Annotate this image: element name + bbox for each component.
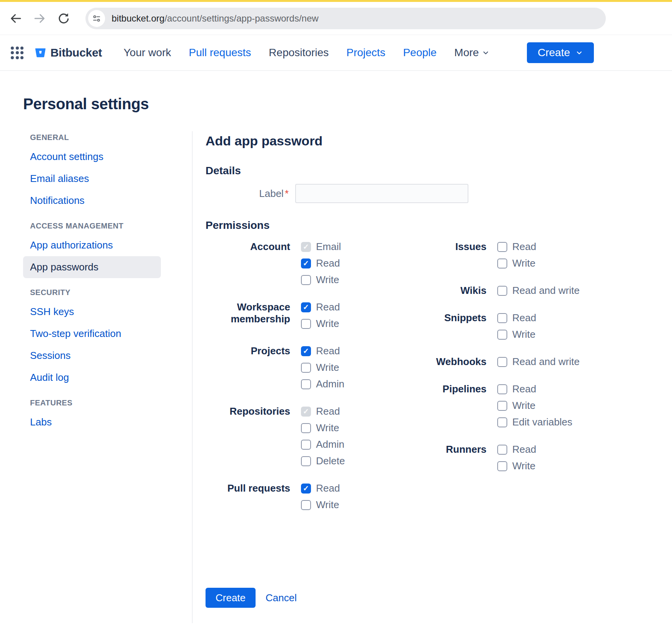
checkbox-checked[interactable]: ✓	[301, 258, 311, 268]
permission-options: Read and write	[497, 285, 672, 301]
permission-option-account-write[interactable]: Write	[301, 274, 427, 286]
checkbox-label: Read	[512, 383, 536, 395]
permission-option-wikis-read-and-write[interactable]: Read and write	[497, 285, 672, 297]
permission-options: ✓ReadWriteAdmin	[301, 345, 427, 395]
permissions-heading: Permissions	[206, 219, 672, 232]
permission-option-pipelines-edit-variables[interactable]: Edit variables	[497, 416, 672, 428]
url-bar[interactable]: bitbucket.org/account/settings/app-passw…	[85, 8, 606, 29]
checkbox-label: Admin	[316, 439, 344, 450]
checkbox-unchecked[interactable]	[497, 242, 507, 252]
nav-item-more[interactable]: More	[454, 47, 490, 59]
permission-options: ReadWriteEdit variables	[497, 383, 672, 433]
app-switcher-icon[interactable]	[11, 47, 23, 59]
permission-option-pull-requests-read[interactable]: ✓Read	[301, 482, 427, 494]
permission-group-label: Account	[206, 241, 290, 290]
sidebar-item-app-passwords[interactable]: App passwords	[23, 256, 161, 278]
site-settings-icon[interactable]	[88, 10, 105, 27]
permission-option-account-email[interactable]: ✓Email	[301, 241, 427, 253]
sidebar-item-app-authorizations[interactable]: App authorizations	[23, 234, 161, 256]
browser-toolbar: bitbucket.org/account/settings/app-passw…	[0, 2, 672, 35]
checkbox-label: Read	[316, 257, 340, 269]
reload-button[interactable]	[55, 10, 72, 27]
permission-option-runners-write[interactable]: Write	[497, 460, 672, 472]
checkbox-unchecked[interactable]	[497, 445, 507, 455]
permission-option-snippets-read[interactable]: Read	[497, 312, 672, 324]
cancel-link[interactable]: Cancel	[266, 592, 297, 604]
permission-option-workspace-membership-read[interactable]: ✓Read	[301, 301, 427, 313]
sidebar-item-notifications[interactable]: Notifications	[23, 190, 161, 212]
checkbox-unchecked[interactable]	[497, 417, 507, 427]
forward-icon	[33, 12, 47, 25]
checkbox-unchecked[interactable]	[301, 440, 311, 450]
nav-item-repositories[interactable]: Repositories	[269, 47, 329, 59]
checkbox-unchecked[interactable]	[497, 401, 507, 411]
url-host: bitbucket.org	[112, 13, 164, 23]
permission-option-workspace-membership-write[interactable]: Write	[301, 318, 427, 330]
label-input[interactable]	[295, 184, 468, 203]
sidebar-item-audit-log[interactable]: Audit log	[23, 367, 161, 389]
nav-item-people[interactable]: People	[403, 47, 436, 59]
checkbox-checked[interactable]: ✓	[301, 484, 311, 494]
permission-group-pull-requests: Pull requests✓ReadWrite	[206, 482, 427, 515]
permission-option-projects-admin[interactable]: Admin	[301, 378, 427, 390]
sidebar-section-header-access-management: ACCESS MANAGEMENT	[23, 222, 161, 230]
permission-option-repositories-admin[interactable]: Admin	[301, 439, 427, 450]
checkbox-unchecked[interactable]	[497, 313, 507, 323]
sidebar-item-sessions[interactable]: Sessions	[23, 345, 161, 367]
checkbox-unchecked[interactable]	[301, 319, 311, 329]
permission-option-projects-write[interactable]: Write	[301, 362, 427, 374]
sidebar-item-two-step-verification[interactable]: Two-step verification	[23, 323, 161, 345]
checkbox-unchecked[interactable]	[497, 258, 507, 268]
sidebar-section-header-security: SECURITY	[23, 288, 161, 297]
checkbox-unchecked[interactable]	[301, 423, 311, 433]
sidebar-item-ssh-keys[interactable]: SSH keys	[23, 301, 161, 323]
check-icon: ✓	[303, 303, 309, 311]
permission-option-snippets-write[interactable]: Write	[497, 329, 672, 340]
checkbox-unchecked[interactable]	[301, 456, 311, 466]
permission-group-projects: Projects✓ReadWriteAdmin	[206, 345, 427, 395]
checkbox-unchecked[interactable]	[497, 461, 507, 471]
forward-button[interactable]	[32, 10, 48, 27]
required-asterisk: *	[285, 188, 289, 199]
create-menu-button[interactable]: Create	[527, 42, 594, 63]
checkbox-checked[interactable]: ✓	[301, 346, 311, 356]
nav-item-label: More	[454, 47, 479, 59]
checkbox-unchecked[interactable]	[497, 330, 507, 340]
check-icon: ✓	[303, 408, 309, 415]
checkbox-unchecked[interactable]	[301, 379, 311, 389]
permission-group-pipelines: PipelinesReadWriteEdit variables	[427, 383, 672, 433]
checkbox-label: Write	[512, 460, 535, 472]
checkbox-disabled[interactable]: ✓	[301, 407, 311, 417]
checkbox-unchecked[interactable]	[497, 384, 507, 394]
permission-option-pull-requests-write[interactable]: Write	[301, 499, 427, 511]
checkbox-unchecked[interactable]	[301, 275, 311, 285]
back-button[interactable]	[8, 10, 24, 27]
nav-item-your-work[interactable]: Your work	[124, 47, 171, 59]
permission-option-projects-read[interactable]: ✓Read	[301, 345, 427, 357]
nav-item-pull-requests[interactable]: Pull requests	[189, 47, 251, 59]
nav-item-label: Projects	[346, 47, 385, 59]
permission-option-issues-read[interactable]: Read	[497, 241, 672, 253]
permission-option-repositories-delete[interactable]: Delete	[301, 455, 427, 467]
checkbox-checked[interactable]: ✓	[301, 302, 311, 312]
permission-option-account-read[interactable]: ✓Read	[301, 257, 427, 269]
sidebar-item-email-aliases[interactable]: Email aliases	[23, 168, 161, 190]
create-button[interactable]: Create	[206, 588, 256, 608]
checkbox-unchecked[interactable]	[497, 357, 507, 367]
permission-option-issues-write[interactable]: Write	[497, 257, 672, 269]
permission-option-repositories-write[interactable]: Write	[301, 422, 427, 434]
permission-group-label: Runners	[427, 444, 486, 477]
checkbox-unchecked[interactable]	[301, 363, 311, 373]
checkbox-unchecked[interactable]	[301, 500, 311, 510]
bitbucket-logo[interactable]: Bitbucket	[34, 46, 102, 59]
sidebar-item-account-settings[interactable]: Account settings	[23, 146, 161, 168]
checkbox-disabled[interactable]: ✓	[301, 242, 311, 252]
permission-option-webhooks-read-and-write[interactable]: Read and write	[497, 356, 672, 368]
checkbox-unchecked[interactable]	[497, 286, 507, 296]
permission-option-pipelines-write[interactable]: Write	[497, 400, 672, 412]
permission-option-pipelines-read[interactable]: Read	[497, 383, 672, 395]
permission-option-runners-read[interactable]: Read	[497, 444, 672, 455]
sidebar-item-labs[interactable]: Labs	[23, 411, 161, 433]
nav-item-projects[interactable]: Projects	[346, 47, 385, 59]
permission-option-repositories-read[interactable]: ✓Read	[301, 405, 427, 417]
